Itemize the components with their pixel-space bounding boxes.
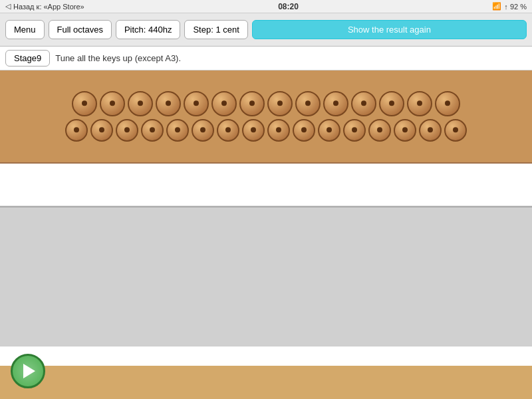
tuning-peg[interactable] <box>435 91 460 116</box>
tuning-peg[interactable] <box>192 119 214 142</box>
play-button[interactable] <box>11 354 45 388</box>
tuning-peg[interactable] <box>394 119 416 142</box>
tuning-peg[interactable] <box>267 91 293 116</box>
status-back[interactable]: ◁ Назад к: «App Store» <box>5 2 84 11</box>
full-octaves-button[interactable]: Full octaves <box>49 20 112 39</box>
battery-label: ↑ 92 % <box>504 3 527 11</box>
tuning-peg[interactable] <box>323 91 348 116</box>
step-button[interactable]: Step: 1 cent <box>184 20 247 39</box>
status-signal: 📶 ↑ 92 % <box>492 2 527 11</box>
show-result-button[interactable]: Show the result again <box>252 20 527 39</box>
tuning-peg[interactable] <box>379 91 404 116</box>
tuning-pegs-area <box>0 70 532 164</box>
stage-instruction: Tune all the keys up (except A3). <box>55 53 181 63</box>
peg-row-bottom <box>60 119 472 142</box>
tuning-peg[interactable] <box>368 119 391 142</box>
tuning-peg[interactable] <box>166 119 189 142</box>
tuning-peg[interactable] <box>65 119 88 142</box>
tuning-peg[interactable] <box>184 91 209 116</box>
stage-bar: Stage9 Tune all the keys up (except A3). <box>0 47 532 70</box>
tuning-peg[interactable] <box>211 91 237 116</box>
piano-keyboard <box>0 206 532 346</box>
tuning-peg[interactable] <box>156 91 181 116</box>
tuning-peg[interactable] <box>239 91 265 116</box>
tuning-peg[interactable] <box>116 119 138 142</box>
tuning-peg[interactable] <box>351 91 376 116</box>
tuning-peg[interactable] <box>217 119 239 142</box>
tuning-peg[interactable] <box>72 91 97 116</box>
tuning-peg[interactable] <box>295 91 321 116</box>
status-bar: ◁ Назад к: «App Store» 08:20 📶 ↑ 92 % <box>0 0 532 13</box>
tuning-peg[interactable] <box>318 119 340 142</box>
back-arrow: ◁ <box>5 2 11 11</box>
tuning-peg[interactable] <box>100 91 125 116</box>
tuning-peg[interactable] <box>293 119 315 142</box>
play-icon <box>23 364 35 378</box>
wifi-icon: 📶 <box>492 2 501 11</box>
tuning-peg[interactable] <box>141 119 164 142</box>
status-time: 08:20 <box>278 2 299 11</box>
pitch-button[interactable]: Pitch: 440hz <box>116 20 181 39</box>
key-labels-row <box>0 346 532 366</box>
stage-badge: Stage9 <box>5 50 50 66</box>
main-content: Menu Full octaves Pitch: 440hz Step: 1 c… <box>0 13 532 399</box>
tuning-peg[interactable] <box>419 119 442 142</box>
peg-row-top <box>66 91 466 116</box>
tuning-peg[interactable] <box>242 119 265 142</box>
tuning-values <box>0 164 532 206</box>
back-label: Назад к: «App Store» <box>13 3 84 11</box>
tuning-peg[interactable] <box>267 119 290 142</box>
tuning-peg[interactable] <box>90 119 113 142</box>
tuning-peg[interactable] <box>444 119 467 142</box>
tuning-peg[interactable] <box>128 91 153 116</box>
menu-button[interactable]: Menu <box>5 20 45 39</box>
toolbar: Menu Full octaves Pitch: 440hz Step: 1 c… <box>0 13 532 47</box>
tuning-peg[interactable] <box>407 91 432 116</box>
tuning-peg[interactable] <box>343 119 366 142</box>
